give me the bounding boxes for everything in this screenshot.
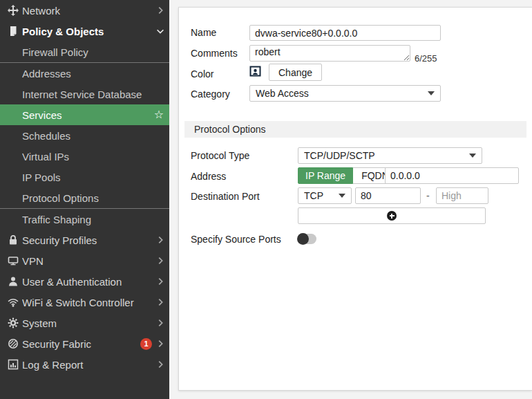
category-label: Category	[191, 89, 230, 100]
port-range-separator: -	[426, 190, 430, 201]
protocol-type-select[interactable]: TCP/UDP/SCTP	[298, 147, 482, 164]
dest-port-protocol-select[interactable]: TCP	[298, 187, 352, 204]
favorite-star-icon[interactable]: ☆	[154, 109, 164, 120]
policy-objects-icon	[7, 26, 19, 37]
sidebar-item-protocol-options[interactable]: Protocol Options	[0, 187, 169, 208]
bar-chart-icon	[7, 359, 19, 371]
chevron-down-icon	[155, 26, 165, 36]
notification-badge: 1	[140, 338, 152, 350]
gear-icon	[7, 317, 19, 329]
sidebar-item-schedules[interactable]: Schedules	[0, 125, 169, 146]
network-icon	[7, 5, 19, 17]
fabric-icon	[7, 338, 19, 350]
sidebar-item-network[interactable]: Network	[0, 0, 169, 21]
specify-source-ports-toggle[interactable]	[298, 234, 316, 244]
sidebar-item-traffic-shaping[interactable]: Traffic Shaping	[0, 209, 169, 230]
chevron-down-icon	[339, 194, 345, 198]
sidebar-item-virtual-ips[interactable]: Virtual IPs	[0, 146, 169, 167]
wifi-icon	[7, 297, 19, 308]
comments-label: Comments	[191, 48, 238, 59]
sidebar-item-security-profiles[interactable]: Security Profiles	[0, 230, 169, 250]
sidebar-item-log-report[interactable]: Log & Report	[0, 354, 169, 375]
comments-textarea[interactable]: robert	[249, 45, 410, 62]
specify-source-ports-label: Specify Source Ports	[191, 234, 281, 245]
chevron-down-icon	[469, 154, 476, 158]
sidebar-item-services[interactable]: Services ☆	[0, 104, 169, 125]
sidebar: Network Policy & Objects Firewall Policy…	[0, 0, 169, 399]
sidebar-item-system[interactable]: System	[0, 313, 169, 333]
color-swatch-icon	[249, 66, 261, 77]
chevron-right-icon	[155, 235, 165, 245]
monitor-icon	[7, 255, 19, 267]
ip-range-segment[interactable]: IP Range	[298, 167, 353, 184]
sidebar-item-policy-objects[interactable]: Policy & Objects	[0, 21, 169, 41]
address-ip-input[interactable]	[385, 167, 519, 184]
chevron-right-icon	[155, 360, 165, 369]
service-edit-panel: Name Comments robert 6/255 Color Change …	[178, 7, 532, 391]
plus-icon	[387, 211, 397, 221]
address-mode-segmented-control: IP Range FQDN	[298, 167, 398, 184]
toggle-knob	[297, 233, 309, 245]
chevron-right-icon	[155, 297, 165, 307]
name-label: Name	[191, 27, 216, 38]
chevron-right-icon	[155, 256, 165, 266]
sidebar-item-wifi-switch-controller[interactable]: WiFi & Switch Controller	[0, 292, 169, 313]
name-input[interactable]	[249, 25, 441, 41]
chevron-right-icon	[155, 6, 165, 15]
chevron-right-icon	[155, 318, 165, 328]
lock-icon	[7, 234, 19, 246]
sidebar-item-security-fabric[interactable]: Security Fabric 1	[0, 333, 169, 354]
dest-port-high-input[interactable]	[436, 187, 488, 204]
sidebar-item-user-authentication[interactable]: User & Authentication	[0, 271, 169, 292]
chevron-right-icon	[155, 339, 165, 349]
add-port-row-button[interactable]	[298, 207, 486, 224]
color-change-button[interactable]: Change	[269, 64, 322, 81]
sidebar-item-ip-pools[interactable]: IP Pools	[0, 167, 169, 187]
protocol-options-section-header: Protocol Options	[184, 121, 526, 138]
address-label: Address	[191, 171, 226, 182]
sidebar-item-vpn[interactable]: VPN	[0, 250, 169, 271]
color-label: Color	[191, 68, 213, 80]
category-select[interactable]: Web Access	[249, 85, 441, 102]
comments-counter: 6/255	[415, 53, 437, 64]
section-title: Protocol Options	[194, 124, 266, 135]
sidebar-item-addresses[interactable]: Addresses	[0, 63, 169, 84]
sidebar-item-label: Policy & Objects	[22, 26, 155, 37]
protocol-type-label: Protocol Type	[191, 150, 249, 161]
sidebar-item-internet-service-database[interactable]: Internet Service Database	[0, 84, 169, 104]
chevron-down-icon	[428, 91, 435, 95]
user-icon	[7, 276, 19, 288]
dest-port-low-input[interactable]	[355, 187, 421, 204]
sidebar-item-firewall-policy[interactable]: Firewall Policy	[0, 41, 169, 62]
sidebar-item-label: Network	[22, 5, 155, 17]
destination-port-label: Destination Port	[191, 191, 260, 202]
chevron-right-icon	[155, 277, 165, 286]
